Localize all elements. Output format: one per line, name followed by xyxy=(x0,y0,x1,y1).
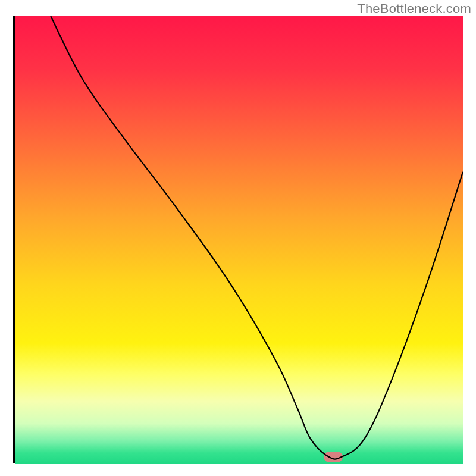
watermark-text: TheBottleneck.com xyxy=(357,1,471,17)
curve-layer xyxy=(15,16,463,461)
plot-area xyxy=(13,16,463,463)
bottleneck-curve xyxy=(51,16,463,459)
bottleneck-chart: TheBottleneck.com xyxy=(0,0,476,476)
